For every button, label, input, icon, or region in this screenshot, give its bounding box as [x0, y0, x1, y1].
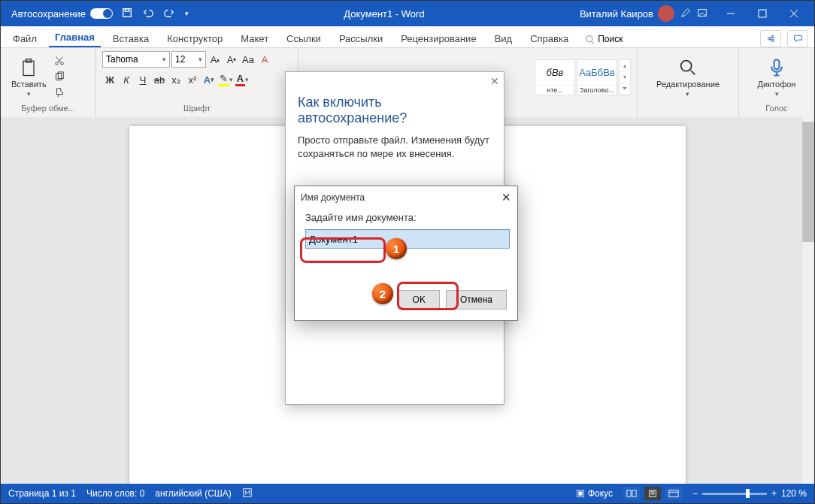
tab-review[interactable]: Рецензирование [395, 29, 482, 47]
svg-rect-12 [774, 60, 780, 70]
dialog-close-icon[interactable]: ✕ [501, 191, 511, 204]
editing-button[interactable]: Редактирование ▾ [652, 56, 724, 99]
tab-design[interactable]: Конструктор [161, 29, 229, 47]
svg-point-8 [60, 62, 63, 65]
tab-references[interactable]: Ссылки [280, 29, 327, 47]
paste-button[interactable]: Вставить ▾ [7, 56, 51, 99]
autosave-label: Автосохранение [11, 8, 86, 20]
bold-button[interactable]: Ж [102, 72, 117, 87]
quick-access-toolbar: ▾ [122, 8, 189, 20]
window-controls [715, 1, 810, 26]
tab-insert[interactable]: Вставка [107, 29, 155, 47]
comments-button[interactable] [787, 30, 808, 47]
maximize-button[interactable] [747, 1, 778, 26]
change-case-button[interactable]: Aa [241, 52, 256, 67]
web-layout-button[interactable] [665, 487, 682, 500]
microphone-icon [766, 57, 787, 78]
dialog-prompt: Задайте имя документа: [305, 212, 507, 223]
tab-help[interactable]: Справка [524, 29, 574, 47]
status-words[interactable]: Число слов: 0 [86, 488, 144, 499]
pen-icon[interactable] [680, 8, 691, 20]
document-name-dialog: Имя документа ✕ Задайте имя документа: O… [294, 186, 518, 321]
svg-rect-15 [579, 492, 583, 496]
vertical-scrollbar[interactable] [802, 117, 814, 484]
svg-point-7 [55, 62, 58, 65]
strike-button[interactable]: ab [152, 72, 167, 87]
dictate-button[interactable]: Диктофон ▾ [753, 56, 801, 99]
autosave-toggle[interactable] [90, 8, 113, 19]
callout-body: Просто отправьте файл. Изменения будут с… [286, 134, 504, 161]
redo-icon[interactable] [164, 8, 174, 20]
callout-close-icon[interactable]: ✕ [490, 75, 499, 87]
subscript-button[interactable]: x₂ [168, 72, 183, 87]
tab-mailings[interactable]: Рассылки [333, 29, 389, 47]
search-icon [677, 57, 698, 78]
voice-group-label: Голос [745, 104, 808, 114]
document-name-input[interactable] [305, 229, 510, 249]
underline-button[interactable]: Ч [135, 72, 150, 87]
text-effects-button[interactable]: A▾ [201, 72, 217, 87]
font-color-button[interactable]: A▾ [235, 72, 250, 87]
minimize-button[interactable] [715, 1, 747, 26]
focus-mode[interactable]: Фокус [576, 488, 613, 499]
zoom-control[interactable]: − + 120 % [692, 488, 807, 499]
svg-point-4 [586, 35, 592, 41]
clipboard-icon [18, 57, 39, 78]
user-name: Виталий Каиров [580, 8, 653, 20]
font-name-select[interactable]: Tahoma▾ [102, 51, 170, 68]
tab-file[interactable]: Файл [7, 29, 43, 47]
step-marker-1: 1 [386, 238, 407, 259]
clipboard-group-label: Буфер обме... [7, 104, 89, 114]
zoom-level[interactable]: 120 % [781, 488, 807, 499]
cut-icon[interactable] [54, 56, 65, 68]
macro-icon[interactable] [242, 487, 253, 500]
search-box[interactable]: Поиск [580, 31, 627, 47]
zoom-slider[interactable] [702, 493, 767, 495]
highlight-button[interactable]: ✎▾ [218, 72, 233, 87]
clear-format-button[interactable]: A [257, 52, 272, 67]
ribbon-options-icon[interactable] [697, 8, 707, 20]
editing-label: Редактирование [656, 80, 720, 89]
svg-rect-3 [759, 10, 766, 17]
undo-icon[interactable] [143, 8, 153, 20]
read-mode-button[interactable] [623, 487, 640, 500]
status-page[interactable]: Страница 1 из 1 [8, 488, 76, 499]
style-quote[interactable]: бВвнте... [535, 59, 575, 95]
status-language[interactable]: английский (США) [155, 488, 231, 499]
dialog-title: Имя документа [301, 192, 365, 203]
tab-view[interactable]: Вид [489, 29, 519, 47]
copy-icon[interactable] [54, 71, 65, 84]
svg-rect-5 [23, 61, 34, 75]
shrink-font-button[interactable]: A▾ [224, 52, 239, 67]
view-buttons [623, 487, 682, 500]
superscript-button[interactable]: x² [185, 72, 200, 87]
ok-button[interactable]: OK [398, 290, 440, 309]
close-button[interactable] [778, 1, 810, 26]
font-size-select[interactable]: 12▾ [171, 51, 206, 68]
share-button[interactable] [760, 30, 781, 47]
statusbar: Страница 1 из 1 Число слов: 0 английский… [1, 484, 814, 503]
grow-font-button[interactable]: A▴ [208, 52, 223, 67]
save-icon[interactable] [122, 8, 132, 20]
search-label: Поиск [598, 34, 623, 44]
tab-home[interactable]: Главная [49, 27, 101, 47]
step-marker-2: 2 [372, 283, 393, 304]
tab-layout[interactable]: Макет [235, 29, 274, 47]
italic-button[interactable]: К [119, 72, 134, 87]
format-painter-icon[interactable] [54, 87, 65, 100]
document-title: Документ1 - Word [189, 8, 580, 20]
avatar [658, 5, 674, 22]
cancel-button[interactable]: Отмена [446, 290, 507, 309]
dictate-label: Диктофон [758, 80, 796, 89]
styles-scroll[interactable]: ▴▾⏷ [619, 59, 631, 95]
paste-label: Вставить [11, 80, 47, 89]
font-group-label: Шрифт [102, 104, 292, 114]
zoom-out-icon[interactable]: − [692, 488, 698, 499]
editing-group-label [644, 104, 732, 114]
print-layout-button[interactable] [644, 487, 661, 500]
svg-rect-1 [125, 8, 129, 11]
style-heading[interactable]: АаБбВвЗаголово... [577, 59, 617, 95]
user-account[interactable]: Виталий Каиров [580, 5, 674, 22]
zoom-in-icon[interactable]: + [771, 488, 777, 499]
svg-point-11 [681, 61, 692, 71]
